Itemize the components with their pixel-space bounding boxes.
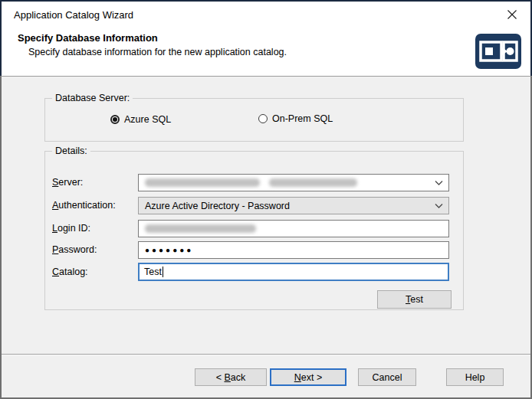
login-id-input[interactable] (138, 220, 449, 237)
radio-onprem-sql-label: On-Prem SQL (272, 113, 333, 124)
chevron-down-icon (435, 180, 443, 185)
radio-circle-icon (258, 114, 268, 123)
authentication-value: Azure Active Directory - Password (145, 201, 290, 211)
radio-azure-sql-label: Azure SQL (124, 114, 171, 125)
application-catalog-icon (475, 34, 521, 69)
catalog-label: Catalog: (52, 267, 88, 277)
page-subtitle: Specify database information for the new… (28, 47, 287, 57)
next-button[interactable]: Next > (270, 368, 346, 386)
catalog-input[interactable]: Test (138, 263, 449, 281)
footer-separator (2, 354, 530, 355)
database-server-group: Database Server: (44, 98, 464, 142)
password-label: Password: (52, 244, 97, 255)
details-group-label: Details: (52, 146, 90, 157)
redacted-text (145, 224, 256, 233)
window-title: Application Catalog Wizard (14, 9, 133, 21)
server-label: Server: (52, 177, 83, 188)
application-catalog-wizard-dialog: Application Catalog Wizard Specify Datab… (0, 0, 532, 399)
server-combobox[interactable] (138, 174, 449, 191)
back-button[interactable]: < Back (195, 368, 267, 386)
close-icon (507, 9, 517, 20)
redacted-text (145, 178, 357, 187)
authentication-combobox[interactable]: Azure Active Directory - Password (138, 197, 449, 214)
help-button[interactable]: Help (446, 368, 504, 386)
page-title: Specify Database Information (18, 32, 158, 44)
database-server-group-label: Database Server: (52, 93, 133, 104)
test-button[interactable]: Test (377, 290, 452, 309)
radio-azure-sql[interactable]: Azure SQL (110, 114, 171, 125)
cancel-button[interactable]: Cancel (358, 368, 416, 386)
text-caret (163, 267, 163, 277)
close-button[interactable] (500, 4, 524, 25)
authentication-label: Authentication: (52, 200, 116, 211)
login-id-label: Login ID: (52, 223, 90, 234)
chevron-down-icon (435, 203, 443, 208)
password-input[interactable]: ●●●●●●● (138, 241, 449, 259)
radio-onprem-sql[interactable]: On-Prem SQL (258, 113, 333, 124)
radio-circle-icon (110, 115, 120, 124)
catalog-value: Test (144, 267, 162, 277)
password-value: ●●●●●●● (145, 246, 193, 254)
